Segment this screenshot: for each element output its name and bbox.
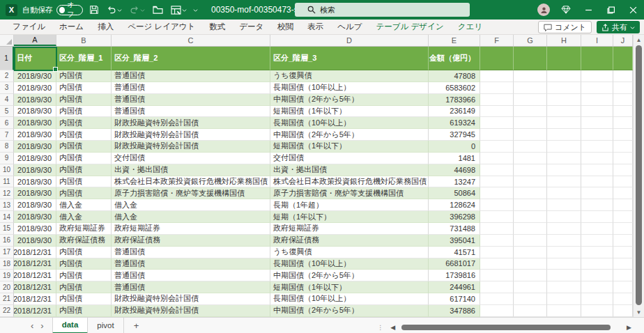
cell-kubun2[interactable]: 財政投融資特別会計国債 <box>112 117 270 129</box>
cell-kubun1[interactable]: 内国債 <box>56 94 112 106</box>
cell-kubun2[interactable]: 普通国債 <box>112 258 270 270</box>
cell-kubun3[interactable]: 短期国債（1年以下） <box>270 141 429 153</box>
cell-empty[interactable] <box>613 258 633 270</box>
cell-date[interactable]: 2018/12/31 <box>14 281 56 293</box>
cell-amount[interactable]: 1739816 <box>429 270 480 281</box>
cell-empty[interactable] <box>480 258 514 270</box>
cell-amount[interactable]: 128624 <box>429 199 480 211</box>
maximize-button[interactable] <box>599 0 622 20</box>
cell-empty[interactable] <box>547 164 581 176</box>
cell-empty[interactable] <box>613 270 633 281</box>
cell-empty[interactable] <box>547 199 581 211</box>
cell-empty[interactable] <box>581 258 613 270</box>
cell-kubun2[interactable]: 交付国債 <box>112 153 270 164</box>
cell-empty[interactable] <box>581 293 613 305</box>
cell-empty[interactable] <box>581 305 613 317</box>
cell-empty[interactable] <box>613 70 633 82</box>
row-number[interactable]: 3 <box>0 82 14 94</box>
tab-file[interactable]: ファイル <box>6 20 52 35</box>
vertical-scrollbar[interactable]: ▲ ▼ <box>633 35 644 317</box>
horizontal-scrollbar[interactable]: ⋮ ◀ ▶ <box>377 324 631 331</box>
cell-kubun3[interactable]: 長期国債（10年以上） <box>270 258 429 270</box>
cell-empty[interactable] <box>480 281 514 293</box>
cell-kubun1[interactable]: 内国債 <box>56 153 112 164</box>
cell-kubun2[interactable]: 普通国債 <box>112 106 270 118</box>
cell-kubun3[interactable]: 長期国債（10年以上） <box>270 117 429 129</box>
cell-c1-kubun2-header[interactable]: 区分_階層_2 <box>112 47 270 70</box>
cell-empty[interactable] <box>581 270 613 281</box>
cell-kubun1[interactable]: 内国債 <box>56 164 112 176</box>
cell-kubun1[interactable]: 内国債 <box>56 258 112 270</box>
tab-help[interactable]: ヘルプ <box>330 20 369 35</box>
cell-kubun1[interactable]: 内国債 <box>56 247 112 258</box>
cell-amount[interactable]: 617140 <box>429 293 480 305</box>
row-number[interactable]: 21 <box>0 293 14 305</box>
tab-insert[interactable]: 挿入 <box>91 20 121 35</box>
cell-date[interactable]: 2018/12/31 <box>14 293 56 305</box>
row-number[interactable]: 2 <box>0 70 14 82</box>
cell-empty[interactable] <box>581 153 613 164</box>
column-header-h[interactable]: H <box>547 35 581 46</box>
cell-empty[interactable] <box>581 235 613 247</box>
cell-date[interactable]: 2018/9/30 <box>14 141 56 153</box>
cell-date[interactable]: 2018/9/30 <box>14 70 56 82</box>
row-number[interactable]: 6 <box>0 117 14 129</box>
cell-empty[interactable] <box>480 94 514 106</box>
cell-kubun3[interactable]: 政府保証債務 <box>270 235 429 247</box>
cell-empty[interactable] <box>480 106 514 118</box>
tab-review[interactable]: 校閲 <box>270 20 300 35</box>
cell-kubun3[interactable]: 出資・拠出国債 <box>270 164 429 176</box>
cell-amount[interactable]: 6681017 <box>429 258 480 270</box>
cell-empty[interactable] <box>480 176 514 188</box>
cell-empty[interactable] <box>581 70 613 82</box>
cell-empty[interactable] <box>547 235 581 247</box>
row-number[interactable]: 14 <box>0 211 14 223</box>
column-header-a[interactable]: A <box>14 35 56 46</box>
cell-amount[interactable]: 731488 <box>429 223 480 235</box>
share-button[interactable]: 共有 <box>597 21 640 33</box>
cell-empty[interactable] <box>613 199 633 211</box>
row-number[interactable]: 9 <box>0 153 14 164</box>
cell-empty[interactable] <box>581 94 613 106</box>
cell-amount[interactable]: 396298 <box>429 211 480 223</box>
row-number[interactable]: 11 <box>0 176 14 188</box>
cell-date[interactable]: 2018/9/30 <box>14 129 56 141</box>
cell-empty[interactable] <box>514 129 547 141</box>
cell-empty[interactable] <box>613 293 633 305</box>
cell-empty[interactable] <box>547 270 581 281</box>
scroll-down-arrow-icon[interactable]: ▼ <box>634 309 644 316</box>
cell-empty[interactable] <box>547 141 581 153</box>
cell-amount[interactable]: 244961 <box>429 281 480 293</box>
cell-empty[interactable] <box>581 117 613 129</box>
cell-empty[interactable] <box>547 293 581 305</box>
row-number[interactable]: 16 <box>0 235 14 247</box>
cell-empty[interactable] <box>581 247 613 258</box>
cell-kubun3[interactable]: 中期国債（2年から5年） <box>270 305 429 317</box>
cell-empty[interactable] <box>480 164 514 176</box>
column-header-i[interactable]: I <box>581 35 613 46</box>
cell-kubun3[interactable]: 長期国債（10年以上） <box>270 293 429 305</box>
cell-empty[interactable] <box>547 187 581 199</box>
cell-amount[interactable]: 47808 <box>429 70 480 82</box>
cell-empty[interactable] <box>581 129 613 141</box>
cell-empty[interactable] <box>547 211 581 223</box>
cell-empty[interactable] <box>613 223 633 235</box>
add-sheet-button[interactable]: + <box>124 320 149 331</box>
cell-date[interactable]: 2018/9/30 <box>14 164 56 176</box>
cell-amount[interactable]: 619324 <box>429 117 480 129</box>
cell-kubun3[interactable]: 中期国債（2年から5年） <box>270 270 429 281</box>
cell-empty[interactable] <box>514 305 547 317</box>
row-number[interactable]: 22 <box>0 305 14 317</box>
cell-kubun3[interactable]: 長期（1年超） <box>270 199 429 211</box>
cell-empty[interactable] <box>613 129 633 141</box>
cell-date[interactable]: 2018/9/30 <box>14 235 56 247</box>
undo-button[interactable] <box>105 2 123 17</box>
scroll-up-arrow-icon[interactable]: ▲ <box>634 35 644 45</box>
cell-kubun3[interactable]: 長期国債（10年以上） <box>270 82 429 94</box>
autosave-toggle[interactable]: 自動保存 オフ <box>22 5 83 15</box>
row-number[interactable]: 10 <box>0 164 14 176</box>
cell-empty[interactable] <box>581 176 613 188</box>
cell-kubun1[interactable]: 内国債 <box>56 106 112 118</box>
cell-kubun2[interactable]: 政府短期証券 <box>112 223 270 235</box>
cell-kubun1[interactable]: 内国債 <box>56 187 112 199</box>
